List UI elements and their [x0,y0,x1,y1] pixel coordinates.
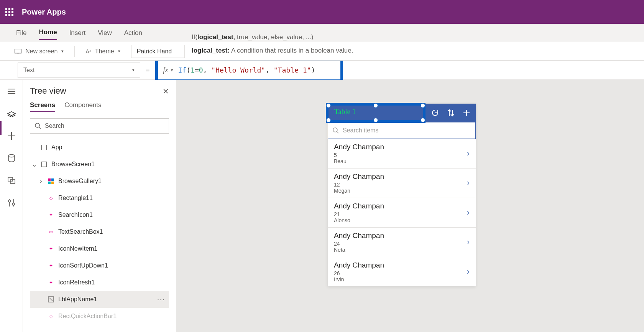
formula-param-description: logical_test: A condition that results i… [192,47,353,55]
gallery-icon [48,178,54,185]
formula-code[interactable]: If(1=0, "Hello World", "Table 1") [178,66,315,74]
control-icon: ✦ [48,279,54,286]
font-select[interactable]: Patrick Hand [131,45,185,58]
list-item[interactable]: Andy Champan 21 Alonso › [328,198,476,228]
control-icon: ▭ [48,228,54,235]
svg-point-7 [8,155,15,157]
rail-active-indicator [0,121,2,135]
app-header: Power Apps [0,0,644,24]
app-title-label[interactable]: Table 1 [334,107,356,116]
tree-item-rectangle[interactable]: ◇ Rectangle11 [30,190,169,206]
chevron-right-icon[interactable]: › [467,149,470,159]
chevron-down-icon[interactable]: ⌄ [31,161,37,168]
left-rail [0,80,23,332]
list-item[interactable]: Andy Champan 24 Neta › [328,228,476,257]
chevron-right-icon[interactable]: › [467,178,470,188]
fx-icon[interactable]: fx ▾ [163,66,173,74]
chevron-down-icon: ▾ [132,68,135,73]
tab-file[interactable]: File [16,26,26,40]
svg-line-15 [39,127,41,129]
tree-view-title: Tree view [30,86,169,96]
tree-item-icon-new-item[interactable]: ✦ IconNewItem1 [30,240,169,257]
equals-label: = [146,66,150,74]
chevron-right-icon[interactable]: › [467,237,470,247]
tab-insert[interactable]: Insert [69,26,86,40]
chevron-down-icon: ▾ [118,49,120,54]
tree-item-icon-refresh[interactable]: ✦ IconRefresh1 [30,274,169,291]
theme-icon: Aᵃ [85,48,91,55]
app-preview: Search items Andy Champan 5 Beau › Andy … [328,104,476,286]
ribbon-tabs: File Home Insert View Action If(logical_… [0,24,644,42]
waffle-icon[interactable] [5,8,13,16]
label-icon [48,296,54,303]
formula-input[interactable]: fx ▾ If(1=0, "Hello World", "Table 1") [155,58,343,82]
tree-search-input[interactable]: Search [30,118,169,134]
more-icon[interactable]: ··· [157,296,169,304]
sort-icon[interactable] [447,109,454,117]
svg-rect-0 [15,49,21,53]
formula-bar: Text ▾ = fx ▾ If(1=0, "Hello World", "Ta… [0,61,644,80]
tree-item-app[interactable]: App [30,139,169,156]
tree-view-icon[interactable] [7,109,16,118]
list-item[interactable]: Andy Champan 5 Beau › [328,139,476,168]
media-icon[interactable] [7,176,16,185]
control-icon: ◇ [48,195,54,202]
new-screen-button[interactable]: New screen ▾ [15,48,64,55]
svg-line-23 [337,132,338,133]
chevron-down-icon: ▾ [61,49,64,54]
svg-point-13 [12,203,15,205]
tree-item-text-search-box[interactable]: ▭ TextSearchBox1 [30,223,169,240]
svg-line-17 [49,298,53,301]
search-icon [35,123,41,129]
tree-view-panel: Tree view ✕ Screens Components Search Ap… [23,80,176,332]
tab-action[interactable]: Action [124,26,142,40]
hamburger-icon[interactable] [7,87,16,96]
close-icon[interactable]: ✕ [163,87,169,96]
control-icon: ✦ [48,262,54,269]
advanced-tools-icon[interactable] [7,198,16,207]
tree-item-search-icon-control[interactable]: ✦ SearchIcon1 [30,206,169,223]
tree-item-icon-sort[interactable]: ✦ IconSortUpDown1 [30,257,169,274]
chevron-down-icon: ▾ [171,68,173,73]
chevron-right-icon[interactable]: › [38,178,44,185]
tree-item-lbl-app-name[interactable]: LblAppName1 ··· [30,291,169,308]
insert-icon[interactable] [7,131,16,140]
tree-item-browse-gallery[interactable]: › BrowseGallery1 [30,173,169,190]
property-select[interactable]: Text ▾ [18,63,140,78]
screen-icon [15,49,21,54]
control-icon: ✦ [48,211,54,218]
list-item[interactable]: Andy Champan 26 Irvin › [328,257,476,286]
app-icon [41,144,48,151]
svg-point-22 [333,128,337,132]
theme-button[interactable]: Aᵃ Theme ▾ [85,48,120,55]
tab-home[interactable]: Home [39,25,57,40]
svg-point-11 [8,200,11,202]
chevron-right-icon[interactable]: › [467,208,470,218]
list-item[interactable]: Andy Champan 12 Megan › [328,168,476,198]
screen-icon [41,161,48,168]
tree-tabs: Screens Components [30,101,169,112]
tree-tab-screens[interactable]: Screens [30,101,55,112]
chevron-right-icon[interactable]: › [467,267,470,277]
main-area: Tree view ✕ Screens Components Search Ap… [0,80,644,332]
app-title: Power Apps [22,8,66,17]
tree-item-rect-quick-action[interactable]: ◇ RectQuickActionBar1 [30,308,169,325]
control-icon: ✦ [48,245,54,252]
data-icon[interactable] [7,154,16,163]
add-icon[interactable] [463,109,470,117]
refresh-icon[interactable] [431,109,439,117]
ribbon-toolbar: New screen ▾ Aᵃ Theme ▾ Patrick Hand log… [0,42,644,61]
control-icon: ◇ [48,313,54,320]
search-icon [333,127,339,134]
preview-search-input[interactable]: Search items [328,122,476,139]
tree-tab-components[interactable]: Components [64,101,101,112]
tab-view[interactable]: View [98,26,112,40]
tree-item-browse-screen[interactable]: ⌄ BrowseScreen1 [30,156,169,173]
svg-point-14 [35,123,39,127]
